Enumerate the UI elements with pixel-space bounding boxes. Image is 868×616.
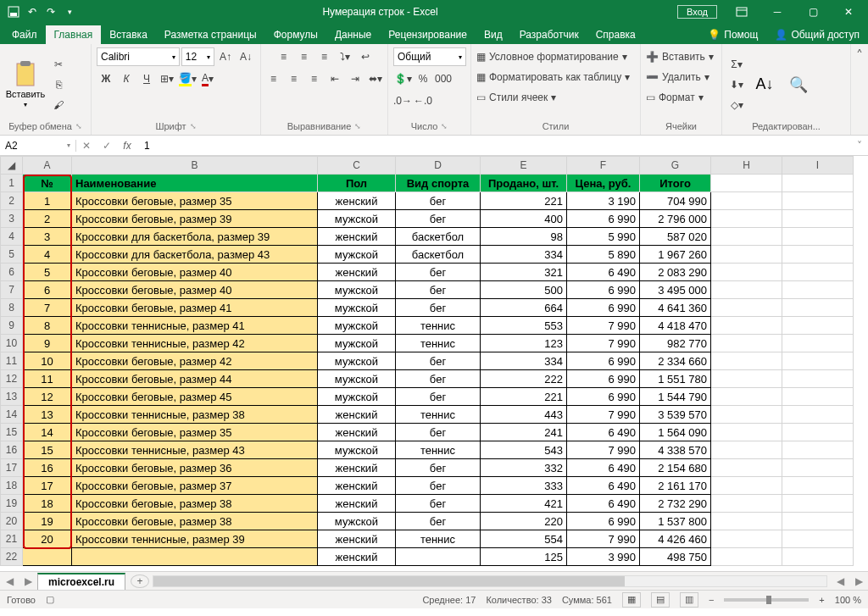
conditional-formatting-button[interactable]: ▦Условное форматирование▾ [476, 47, 627, 66]
cell-sold[interactable]: 221 [481, 388, 567, 406]
zoom-out-button[interactable]: − [709, 595, 714, 605]
cell-sport[interactable]: теннис [396, 406, 481, 424]
cell-gender[interactable]: мужской [318, 513, 396, 530]
cell-num[interactable]: 6 [23, 281, 72, 299]
col-header-B[interactable]: B [72, 157, 318, 175]
font-color-button[interactable]: A▾ [198, 69, 217, 88]
next-sheet-icon[interactable]: ▶ [19, 575, 37, 587]
cell[interactable] [711, 388, 782, 406]
table-row[interactable]: 1110Кроссовки беговые, размер 42мужскойб… [1, 352, 854, 370]
cell-num[interactable]: 11 [23, 370, 72, 388]
clear-button[interactable]: ◇▾ [727, 96, 746, 114]
cell-price[interactable]: 6 490 [567, 459, 640, 477]
cell[interactable] [711, 281, 782, 299]
col-header-D[interactable]: D [396, 157, 481, 175]
maximize-icon[interactable]: ▢ [798, 0, 827, 24]
cell-gender[interactable]: мужской [318, 352, 396, 370]
format-cells-button[interactable]: ▭Формат▾ [646, 88, 704, 107]
bold-button[interactable]: Ж [97, 69, 115, 88]
prev-sheet-icon[interactable]: ◀ [0, 575, 19, 587]
font-size-select[interactable]: 12▾ [181, 47, 214, 66]
cell[interactable] [711, 264, 782, 281]
cell[interactable] [782, 175, 854, 192]
cell-name[interactable]: Кроссовки беговые, размер 38 [72, 495, 318, 513]
cell-sold[interactable]: 664 [481, 299, 567, 317]
cell-name[interactable]: Кроссовки беговые, размер 37 [72, 477, 318, 495]
number-launcher-icon[interactable]: ⤡ [441, 122, 448, 130]
align-middle-button[interactable]: ≡ [295, 47, 314, 66]
cell-gender[interactable]: мужской [318, 299, 396, 317]
row-header[interactable]: 6 [1, 264, 23, 281]
cell-sold[interactable]: 334 [481, 352, 567, 370]
cell-name[interactable]: Кроссовки беговые, размер 44 [72, 370, 318, 388]
cell-price[interactable]: 7 990 [567, 441, 640, 459]
cell[interactable] [782, 513, 854, 530]
add-sheet-button[interactable]: + [131, 574, 149, 588]
cell[interactable] [782, 281, 854, 299]
cell-num[interactable]: 7 [23, 299, 72, 317]
alignment-launcher-icon[interactable]: ⤡ [354, 122, 361, 130]
cell-styles-button[interactable]: ▭Стили ячеек▾ [476, 88, 556, 107]
cell[interactable] [711, 406, 782, 424]
tab-file[interactable]: Файл [3, 25, 46, 44]
cell-sold[interactable]: 554 [481, 530, 567, 548]
row-header[interactable]: 3 [1, 210, 23, 228]
shrink-font-button[interactable]: A↓ [236, 47, 255, 66]
cell-total[interactable]: 2 732 290 [640, 495, 711, 513]
cell-sport[interactable]: теннис [396, 317, 481, 335]
cell[interactable] [782, 459, 854, 477]
cell-name[interactable]: Кроссовки беговые, размер 42 [72, 352, 318, 370]
row-header[interactable]: 12 [1, 370, 23, 388]
row-header[interactable]: 17 [1, 459, 23, 477]
cell-total[interactable]: 4 641 360 [640, 299, 711, 317]
cell[interactable] [782, 530, 854, 548]
table-row[interactable]: 1817Кроссовки беговые, размер 37женскийб… [1, 477, 854, 495]
table-row[interactable]: 1716Кроссовки беговые, размер 36женскийб… [1, 459, 854, 477]
cell[interactable] [711, 548, 782, 566]
wrap-text-button[interactable]: ↩ [356, 47, 375, 66]
cell[interactable] [782, 548, 854, 566]
cell-sport[interactable]: теннис [396, 441, 481, 459]
save-icon[interactable] [7, 5, 20, 19]
scroll-left-icon[interactable]: ◀ [831, 575, 849, 587]
cell-price[interactable]: 6 990 [567, 388, 640, 406]
cell-total[interactable]: 1 967 260 [640, 246, 711, 264]
cell[interactable] [782, 299, 854, 317]
cell[interactable] [711, 210, 782, 228]
fill-color-button[interactable]: 🪣▾ [178, 69, 197, 88]
cell-gender[interactable]: женский [318, 495, 396, 513]
cell-gender[interactable]: женский [318, 192, 396, 210]
cell[interactable] [782, 246, 854, 264]
cell[interactable] [782, 441, 854, 459]
table-row[interactable]: 43Кроссовки для баскетбола, размер 39жен… [1, 228, 854, 246]
table-row[interactable]: 1413Кроссовки теннисные, размер 38женски… [1, 406, 854, 424]
cell-gender[interactable]: мужской [318, 281, 396, 299]
table-row[interactable]: 98Кроссовки теннисные, размер 41мужскойт… [1, 317, 854, 335]
cell[interactable] [782, 495, 854, 513]
grow-font-button[interactable]: A↑ [216, 47, 235, 66]
fill-button[interactable]: ⬇▾ [727, 75, 746, 94]
enter-formula-icon[interactable]: ✓ [97, 140, 117, 152]
name-box[interactable]: A2▾ [0, 140, 76, 152]
cell-gender[interactable]: женский [318, 424, 396, 441]
cell-total[interactable]: 2 796 000 [640, 210, 711, 228]
table-row[interactable]: 109Кроссовки теннисные, размер 42мужской… [1, 335, 854, 352]
cell-sport[interactable]: бег [396, 299, 481, 317]
cell-total[interactable]: 704 990 [640, 192, 711, 210]
number-format-select[interactable]: Общий▾ [393, 47, 466, 66]
row-header[interactable]: 10 [1, 335, 23, 352]
cell-total[interactable]: 2 083 290 [640, 264, 711, 281]
cell-num[interactable]: 15 [23, 441, 72, 459]
zoom-level[interactable]: 100 % [835, 595, 861, 605]
cell-sport[interactable]: бег [396, 264, 481, 281]
cell-gender[interactable]: мужской [318, 210, 396, 228]
cell[interactable] [711, 192, 782, 210]
cell-name[interactable]: Кроссовки беговые, размер 45 [72, 388, 318, 406]
borders-button[interactable]: ⊞▾ [158, 69, 176, 88]
tab-home[interactable]: Главная [46, 25, 102, 44]
cell-total[interactable]: 982 770 [640, 335, 711, 352]
row-header[interactable]: 20 [1, 513, 23, 530]
minimize-icon[interactable]: ─ [763, 0, 792, 24]
hdr-gender[interactable]: Пол [318, 175, 396, 192]
cell-price[interactable]: 6 990 [567, 352, 640, 370]
